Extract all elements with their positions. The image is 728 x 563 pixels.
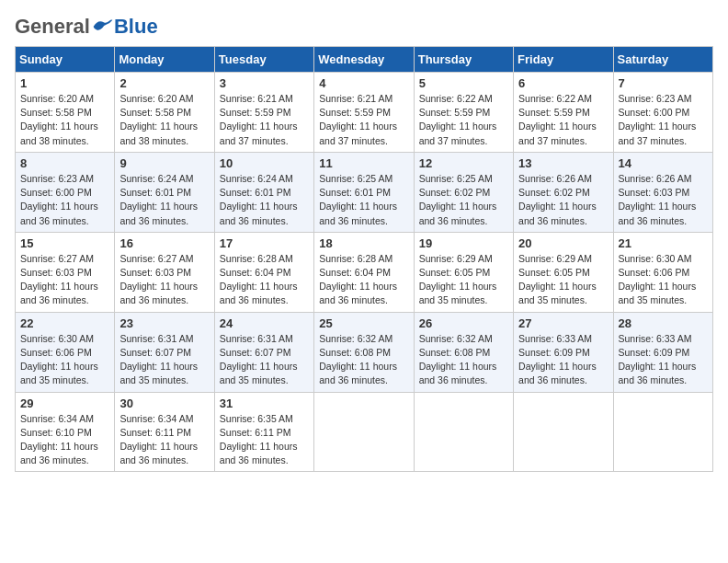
day-info: Sunrise: 6:23 AMSunset: 6:00 PMDaylight:… <box>20 172 109 228</box>
calendar-day-cell: 7Sunrise: 6:23 AMSunset: 6:00 PMDaylight… <box>613 73 712 153</box>
day-number: 5 <box>419 76 508 90</box>
calendar-day-cell: 15Sunrise: 6:27 AMSunset: 6:03 PMDayligh… <box>16 232 115 312</box>
day-info: Sunrise: 6:21 AMSunset: 5:59 PMDaylight:… <box>220 92 309 148</box>
day-number: 23 <box>119 316 209 330</box>
day-info: Sunrise: 6:30 AMSunset: 6:06 PMDaylight:… <box>20 332 109 388</box>
calendar-header-row: SundayMondayTuesdayWednesdayThursdayFrid… <box>16 47 713 73</box>
day-number: 14 <box>619 156 708 170</box>
day-info: Sunrise: 6:25 AMSunset: 6:02 PMDaylight:… <box>419 172 508 228</box>
calendar-day-cell: 27Sunrise: 6:33 AMSunset: 6:09 PMDayligh… <box>514 312 613 392</box>
calendar-day-cell: 1Sunrise: 6:20 AMSunset: 5:58 PMDaylight… <box>16 73 115 153</box>
day-number: 27 <box>518 316 608 330</box>
calendar-day-cell <box>314 392 414 472</box>
column-header-tuesday: Tuesday <box>214 47 313 73</box>
calendar-day-cell: 4Sunrise: 6:21 AMSunset: 5:59 PMDaylight… <box>314 73 414 153</box>
calendar-day-cell: 25Sunrise: 6:32 AMSunset: 6:08 PMDayligh… <box>314 312 414 392</box>
day-info: Sunrise: 6:26 AMSunset: 6:03 PMDaylight:… <box>619 172 708 228</box>
calendar-day-cell: 18Sunrise: 6:28 AMSunset: 6:04 PMDayligh… <box>314 232 414 312</box>
day-info: Sunrise: 6:28 AMSunset: 6:04 PMDaylight:… <box>220 252 309 308</box>
day-number: 9 <box>119 156 209 170</box>
day-info: Sunrise: 6:34 AMSunset: 6:11 PMDaylight:… <box>119 412 209 468</box>
calendar-day-cell: 23Sunrise: 6:31 AMSunset: 6:07 PMDayligh… <box>115 312 214 392</box>
day-number: 31 <box>220 396 309 410</box>
day-info: Sunrise: 6:20 AMSunset: 5:58 PMDaylight:… <box>119 92 209 148</box>
calendar-day-cell: 16Sunrise: 6:27 AMSunset: 6:03 PMDayligh… <box>115 232 214 312</box>
day-info: Sunrise: 6:33 AMSunset: 6:09 PMDaylight:… <box>619 332 708 388</box>
day-number: 1 <box>20 76 109 90</box>
day-info: Sunrise: 6:33 AMSunset: 6:09 PMDaylight:… <box>518 332 608 388</box>
day-number: 12 <box>419 156 508 170</box>
calendar-week-row: 1Sunrise: 6:20 AMSunset: 5:58 PMDaylight… <box>16 73 713 153</box>
calendar-day-cell: 24Sunrise: 6:31 AMSunset: 6:07 PMDayligh… <box>214 312 313 392</box>
column-header-friday: Friday <box>514 47 613 73</box>
calendar-day-cell: 10Sunrise: 6:24 AMSunset: 6:01 PMDayligh… <box>214 152 313 232</box>
calendar-day-cell <box>514 392 613 472</box>
calendar-day-cell: 28Sunrise: 6:33 AMSunset: 6:09 PMDayligh… <box>613 312 712 392</box>
day-number: 4 <box>319 76 408 90</box>
page-header: General Blue <box>15 15 713 39</box>
day-number: 7 <box>619 76 708 90</box>
calendar-week-row: 8Sunrise: 6:23 AMSunset: 6:00 PMDaylight… <box>16 152 713 232</box>
day-info: Sunrise: 6:23 AMSunset: 6:00 PMDaylight:… <box>619 92 708 148</box>
logo-general-text: General <box>15 15 90 39</box>
calendar-day-cell: 2Sunrise: 6:20 AMSunset: 5:58 PMDaylight… <box>115 73 214 153</box>
day-number: 8 <box>20 156 109 170</box>
day-info: Sunrise: 6:22 AMSunset: 5:59 PMDaylight:… <box>518 92 608 148</box>
calendar-day-cell: 6Sunrise: 6:22 AMSunset: 5:59 PMDaylight… <box>514 73 613 153</box>
day-info: Sunrise: 6:25 AMSunset: 6:01 PMDaylight:… <box>319 172 408 228</box>
day-info: Sunrise: 6:31 AMSunset: 6:07 PMDaylight:… <box>220 332 309 388</box>
day-info: Sunrise: 6:35 AMSunset: 6:11 PMDaylight:… <box>220 412 309 468</box>
column-header-sunday: Sunday <box>16 47 115 73</box>
day-number: 24 <box>220 316 309 330</box>
calendar-day-cell: 8Sunrise: 6:23 AMSunset: 6:00 PMDaylight… <box>16 152 115 232</box>
day-info: Sunrise: 6:29 AMSunset: 6:05 PMDaylight:… <box>419 252 508 308</box>
calendar-week-row: 29Sunrise: 6:34 AMSunset: 6:10 PMDayligh… <box>16 392 713 472</box>
column-header-saturday: Saturday <box>613 47 712 73</box>
day-info: Sunrise: 6:32 AMSunset: 6:08 PMDaylight:… <box>419 332 508 388</box>
day-info: Sunrise: 6:30 AMSunset: 6:06 PMDaylight:… <box>619 252 708 308</box>
calendar-day-cell: 12Sunrise: 6:25 AMSunset: 6:02 PMDayligh… <box>414 152 513 232</box>
day-info: Sunrise: 6:27 AMSunset: 6:03 PMDaylight:… <box>20 252 109 308</box>
day-number: 2 <box>119 76 209 90</box>
calendar-day-cell: 19Sunrise: 6:29 AMSunset: 6:05 PMDayligh… <box>414 232 513 312</box>
day-info: Sunrise: 6:27 AMSunset: 6:03 PMDaylight:… <box>119 252 209 308</box>
day-number: 11 <box>319 156 408 170</box>
day-info: Sunrise: 6:24 AMSunset: 6:01 PMDaylight:… <box>220 172 309 228</box>
day-info: Sunrise: 6:24 AMSunset: 6:01 PMDaylight:… <box>119 172 209 228</box>
day-number: 25 <box>319 316 408 330</box>
day-number: 21 <box>619 236 708 250</box>
calendar-day-cell: 20Sunrise: 6:29 AMSunset: 6:05 PMDayligh… <box>514 232 613 312</box>
column-header-thursday: Thursday <box>414 47 513 73</box>
calendar-day-cell: 17Sunrise: 6:28 AMSunset: 6:04 PMDayligh… <box>214 232 313 312</box>
day-info: Sunrise: 6:34 AMSunset: 6:10 PMDaylight:… <box>20 412 109 468</box>
calendar-day-cell <box>414 392 513 472</box>
day-info: Sunrise: 6:26 AMSunset: 6:02 PMDaylight:… <box>518 172 608 228</box>
day-number: 10 <box>220 156 309 170</box>
calendar-day-cell <box>613 392 712 472</box>
day-number: 26 <box>419 316 508 330</box>
day-number: 19 <box>419 236 508 250</box>
day-info: Sunrise: 6:20 AMSunset: 5:58 PMDaylight:… <box>20 92 109 148</box>
calendar-day-cell: 5Sunrise: 6:22 AMSunset: 5:59 PMDaylight… <box>414 73 513 153</box>
day-number: 13 <box>518 156 608 170</box>
day-number: 6 <box>518 76 608 90</box>
day-number: 28 <box>619 316 708 330</box>
day-number: 16 <box>119 236 209 250</box>
calendar-day-cell: 3Sunrise: 6:21 AMSunset: 5:59 PMDaylight… <box>214 73 313 153</box>
calendar-day-cell: 30Sunrise: 6:34 AMSunset: 6:11 PMDayligh… <box>115 392 214 472</box>
calendar-day-cell: 29Sunrise: 6:34 AMSunset: 6:10 PMDayligh… <box>16 392 115 472</box>
day-number: 29 <box>20 396 109 410</box>
logo-blue-text: Blue <box>114 15 158 39</box>
column-header-wednesday: Wednesday <box>314 47 414 73</box>
day-info: Sunrise: 6:31 AMSunset: 6:07 PMDaylight:… <box>119 332 209 388</box>
day-number: 22 <box>20 316 109 330</box>
calendar-table: SundayMondayTuesdayWednesdayThursdayFrid… <box>15 46 713 472</box>
day-number: 20 <box>518 236 608 250</box>
calendar-day-cell: 11Sunrise: 6:25 AMSunset: 6:01 PMDayligh… <box>314 152 414 232</box>
column-header-monday: Monday <box>115 47 214 73</box>
calendar-day-cell: 31Sunrise: 6:35 AMSunset: 6:11 PMDayligh… <box>214 392 313 472</box>
day-number: 18 <box>319 236 408 250</box>
logo: General Blue <box>15 15 158 39</box>
day-number: 30 <box>119 396 209 410</box>
logo-bird-icon <box>92 17 114 36</box>
